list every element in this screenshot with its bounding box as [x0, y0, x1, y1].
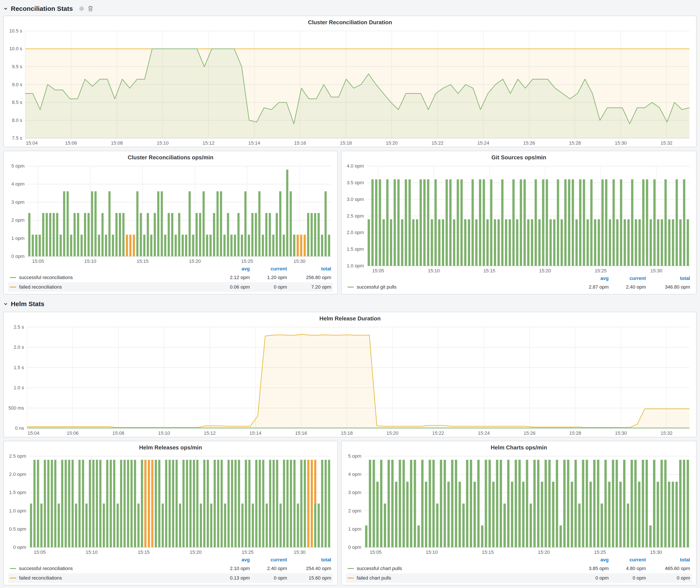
section-title[interactable]: Helm Stats	[11, 300, 44, 308]
svg-text:15:10: 15:10	[157, 140, 169, 146]
section-header-reconciliation-stats[interactable]: Reconciliation Stats	[3, 3, 697, 15]
legend-row: successful git pulls2.87 opm2.40 opm346.…	[346, 282, 692, 292]
series-color-dash	[10, 568, 16, 569]
svg-text:1.5 opm: 1.5 opm	[9, 490, 26, 495]
svg-text:15:12: 15:12	[204, 430, 216, 436]
panel-helm-release-duration: Helm Release Duration 0 ns500 ms1.0 s1.5…	[3, 312, 697, 437]
panel-cluster-reconciliation-duration: Cluster Reconciliation Duration 7.5 s8.0…	[3, 16, 697, 147]
svg-text:1 opm: 1 opm	[348, 526, 361, 532]
panel-title[interactable]: Cluster Reconciliation Duration	[4, 16, 696, 27]
cluster-reconciliations-opm-chart[interactable]: 0 opm1 opm2 opm3 opm4 opm5 opm15:0515:10…	[5, 162, 336, 265]
svg-text:15:16: 15:16	[294, 140, 306, 146]
panel-git-sources-opm: Git Sources ops/min 1.0 opm1.5 opm2.0 op…	[341, 151, 697, 294]
svg-text:15:05: 15:05	[372, 268, 384, 273]
svg-text:15:08: 15:08	[112, 430, 124, 436]
helm-charts-opm-chart[interactable]: 0 opm1 opm2 opm3 opm4 opm5 opm15:0515:10…	[342, 452, 695, 556]
series-color-dash	[10, 277, 16, 278]
panel-helm-charts-opm: Helm Charts ops/min 0 opm1 opm2 opm3 opm…	[341, 441, 697, 585]
cluster-reconciliation-duration-chart[interactable]: 7.5 s8.0 s8.5 s9.0 s9.5 s10.0 s10.5 s15:…	[5, 27, 695, 147]
legend-col-total[interactable]: total	[646, 276, 690, 281]
helm-releases-opm-chart[interactable]: 0 opm0.5 opm1.0 opm1.5 opm2.0 opm2.5 opm…	[5, 452, 336, 556]
svg-text:2.0 opm: 2.0 opm	[347, 230, 364, 235]
legend-avg-value: 0.06 opm	[213, 284, 250, 290]
chevron-down-icon[interactable]	[3, 6, 8, 11]
chevron-down-icon[interactable]	[3, 302, 8, 306]
svg-text:15:25: 15:25	[241, 258, 253, 264]
legend-series-label[interactable]: successful git pulls	[357, 284, 571, 290]
svg-text:15:20: 15:20	[386, 140, 398, 146]
svg-text:15:30: 15:30	[615, 430, 627, 436]
panel-title[interactable]: Cluster Reconciliations ops/min	[4, 151, 337, 162]
svg-text:15:28: 15:28	[569, 140, 581, 146]
gear-icon[interactable]	[79, 6, 85, 12]
legend-col-avg[interactable]: avg	[571, 557, 609, 563]
legend-col-avg[interactable]: avg	[213, 266, 250, 272]
legend-series-label[interactable]: failed reconciliations	[19, 284, 213, 290]
legend-current-value: 4.80 opm	[609, 566, 646, 571]
svg-text:15:20: 15:20	[387, 430, 398, 436]
git-sources-opm-chart[interactable]: 1.0 opm1.5 opm2.0 opm2.5 opm3.0 opm3.5 o…	[342, 162, 695, 275]
legend-series-label[interactable]: successful reconciliations	[19, 275, 213, 280]
series-color-dash	[348, 578, 354, 578]
legend-series-label[interactable]: failed reconciliations	[19, 575, 213, 581]
svg-text:3 opm: 3 opm	[348, 490, 361, 495]
legend-avg-value: 3.85 opm	[571, 566, 609, 571]
svg-text:2 opm: 2 opm	[11, 217, 24, 223]
legend-col-avg[interactable]: avg	[213, 557, 250, 563]
section-header-helm-stats[interactable]: Helm Stats	[3, 298, 697, 310]
svg-text:15:30: 15:30	[294, 549, 306, 555]
legend-series-label[interactable]: failed chart pulls	[357, 575, 571, 581]
legend-row: successful chart pulls3.85 opm4.80 opm46…	[346, 564, 692, 573]
svg-text:15:32: 15:32	[661, 140, 673, 146]
trash-icon[interactable]	[88, 6, 93, 12]
svg-text:3.5 opm: 3.5 opm	[347, 180, 364, 185]
legend-row: successful reconciliations2.10 opm2.40 o…	[8, 564, 333, 573]
legend-row: successful reconciliations2.12 opm1.20 o…	[8, 273, 333, 282]
series-color-dash	[10, 287, 16, 288]
svg-text:15:25: 15:25	[595, 268, 607, 273]
legend-row: failed chart pulls0 opm0 opm0 opm	[346, 573, 692, 583]
svg-text:15:25: 15:25	[242, 549, 254, 555]
panel-title[interactable]: Helm Releases ops/min	[4, 441, 337, 452]
legend-current-value: 2.40 opm	[250, 566, 287, 571]
legend-col-avg[interactable]: avg	[571, 276, 609, 281]
svg-text:15:15: 15:15	[138, 549, 150, 555]
svg-text:500 ms: 500 ms	[8, 405, 24, 411]
helm-release-duration-chart[interactable]: 0 ns500 ms1.0 s1.5 s2.0 s2.5 s15:0415:06…	[5, 323, 695, 437]
svg-text:15:15: 15:15	[137, 258, 148, 264]
panel-title[interactable]: Helm Release Duration	[4, 312, 696, 323]
legend-col-total[interactable]: total	[287, 557, 331, 563]
svg-text:0 opm: 0 opm	[11, 254, 24, 259]
legend-col-current[interactable]: current	[250, 557, 287, 563]
svg-text:1 opm: 1 opm	[11, 236, 24, 241]
svg-text:15:24: 15:24	[477, 140, 489, 146]
legend-col-total[interactable]: total	[287, 266, 331, 272]
legend-col-current[interactable]: current	[250, 266, 287, 272]
legend-total-value: 0 opm	[646, 575, 690, 581]
legend-col-total[interactable]: total	[646, 557, 690, 563]
section-title[interactable]: Reconciliation Stats	[11, 5, 73, 12]
legend-total-value: 465.60 opm	[646, 566, 690, 571]
legend-total-value: 7.20 opm	[287, 284, 331, 290]
svg-text:15:14: 15:14	[248, 140, 260, 146]
legend-col-current[interactable]: current	[609, 276, 646, 281]
legend-series-label[interactable]: successful chart pulls	[357, 566, 571, 571]
legend-total-value: 346.80 opm	[646, 284, 690, 290]
panel-title[interactable]: Git Sources ops/min	[342, 151, 696, 162]
svg-text:8.0 s: 8.0 s	[12, 118, 22, 123]
legend-series-label[interactable]: successful reconciliations	[19, 566, 213, 571]
legend-avg-value: 2.10 opm	[213, 566, 250, 571]
svg-text:2.0 s: 2.0 s	[14, 344, 24, 350]
legend-header: avgcurrenttotal	[8, 556, 333, 564]
svg-text:15:26: 15:26	[523, 140, 535, 146]
panel-title[interactable]: Helm Charts ops/min	[342, 441, 696, 452]
svg-text:9.5 s: 9.5 s	[12, 64, 22, 69]
series-color-dash	[10, 578, 16, 578]
svg-text:10.5 s: 10.5 s	[9, 28, 22, 34]
legend-avg-value: 0.13 opm	[213, 575, 250, 581]
legend-current-value: 2.40 opm	[609, 284, 646, 290]
svg-text:15:10: 15:10	[86, 549, 98, 555]
legend-col-current[interactable]: current	[609, 557, 646, 563]
svg-text:7.5 s: 7.5 s	[12, 135, 22, 141]
svg-text:2.5 opm: 2.5 opm	[9, 453, 26, 459]
